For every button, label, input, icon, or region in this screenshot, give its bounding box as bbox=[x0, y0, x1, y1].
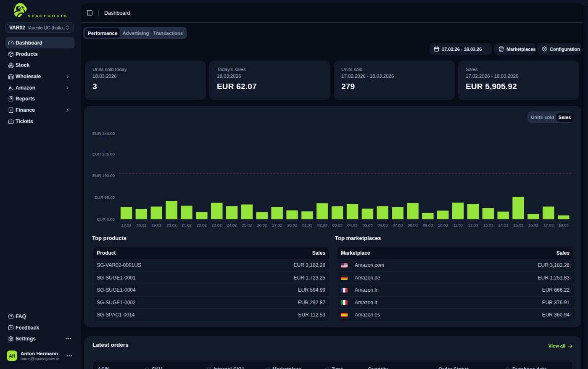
svg-text:EUR 95.00: EUR 95.00 bbox=[95, 195, 115, 200]
svg-text:16.03: 16.03 bbox=[528, 223, 538, 227]
svg-text:01.03: 01.03 bbox=[302, 223, 312, 227]
svg-text:18.02: 18.02 bbox=[137, 223, 147, 227]
svg-text:07.03: 07.03 bbox=[393, 223, 403, 227]
svg-text:05.03: 05.03 bbox=[363, 223, 373, 227]
svg-text:02.03: 02.03 bbox=[317, 223, 327, 227]
svg-text:17.03: 17.03 bbox=[543, 223, 554, 227]
svg-text:19.02: 19.02 bbox=[151, 223, 161, 227]
svg-text:25.02: 25.02 bbox=[242, 223, 252, 227]
svg-text:EUR 190.00: EUR 190.00 bbox=[92, 173, 115, 178]
svg-text:20.02: 20.02 bbox=[166, 223, 177, 227]
svg-text:28.02: 28.02 bbox=[287, 223, 297, 227]
svg-text:21.02: 21.02 bbox=[182, 223, 192, 227]
svg-text:18.03: 18.03 bbox=[559, 223, 569, 227]
svg-text:17.02: 17.02 bbox=[121, 223, 132, 227]
svg-text:22.02: 22.02 bbox=[197, 223, 207, 227]
svg-text:15.03: 15.03 bbox=[513, 223, 523, 227]
svg-text:24.02: 24.02 bbox=[227, 223, 237, 227]
svg-text:26.02: 26.02 bbox=[257, 223, 267, 227]
svg-text:09.03: 09.03 bbox=[423, 223, 433, 227]
svg-text:23.02: 23.02 bbox=[212, 223, 222, 227]
svg-text:27.02: 27.02 bbox=[272, 223, 282, 227]
svg-text:12.03: 12.03 bbox=[468, 223, 478, 227]
svg-text:11.03: 11.03 bbox=[453, 223, 463, 227]
svg-text:10.03: 10.03 bbox=[438, 223, 448, 227]
svg-text:13.03: 13.03 bbox=[483, 223, 493, 227]
svg-text:EUR 0.00: EUR 0.00 bbox=[97, 217, 115, 221]
svg-text:03.03: 03.03 bbox=[332, 223, 343, 227]
svg-text:a: a bbox=[9, 85, 12, 90]
svg-text:04.03: 04.03 bbox=[348, 223, 358, 227]
svg-text:08.03: 08.03 bbox=[408, 223, 418, 227]
svg-text:EUR 285.00: EUR 285.00 bbox=[92, 152, 115, 156]
svg-text:EUR 380.00: EUR 380.00 bbox=[92, 131, 115, 136]
svg-text:06.03: 06.03 bbox=[377, 223, 388, 227]
svg-text:14.03: 14.03 bbox=[498, 223, 508, 227]
